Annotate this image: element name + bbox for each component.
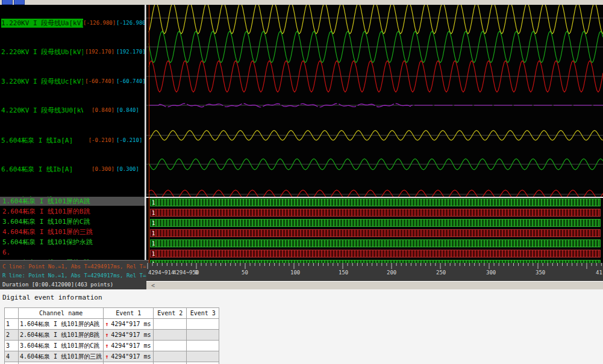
ref-value: [-60.740] bbox=[116, 77, 145, 86]
analog-channel-label: 6.604柘泉 I 线Ib[A] bbox=[1, 165, 83, 174]
duration-status: Duration [0:00.412000](463 points) bbox=[2, 280, 149, 289]
event-cell bbox=[154, 330, 187, 341]
event-cell: ↑4294"917 ms bbox=[104, 319, 154, 330]
digital-channel-label[interactable]: 3.604柘泉 I 线101屏的C跳 bbox=[0, 217, 145, 226]
digital-channel-label[interactable]: 2.604柘泉 I 线101屏的B跳 bbox=[0, 207, 145, 216]
event-table: Channel nameEvent 1Event 2Event 3 11.604… bbox=[4, 307, 219, 364]
event-cell: ↑4294"917 ms bbox=[104, 351, 154, 362]
event-cell bbox=[154, 319, 187, 330]
analog-channel-row[interactable]: 2.220KV I 段母线Ub[kV][192.170][192.170] bbox=[0, 48, 145, 57]
cursor-value: [-0.210] bbox=[83, 136, 114, 145]
horizontal-scrollbar[interactable]: < bbox=[146, 281, 603, 289]
event-cell: 3 bbox=[5, 341, 19, 351]
digital-channel-label[interactable]: 6. bbox=[0, 248, 145, 257]
ruler-time-label: 0 bbox=[195, 270, 198, 276]
event-cell bbox=[154, 341, 187, 351]
time-ruler: 4294~9144294~95005010015020025030035041 bbox=[146, 263, 603, 281]
event-cell: 5 bbox=[5, 362, 19, 364]
ruler-time-label: 50 bbox=[242, 270, 248, 276]
event-cell bbox=[154, 362, 187, 364]
digital-channel-label[interactable]: 4.604柘泉 I 线101屏的三跳 bbox=[0, 227, 145, 236]
rising-edge-arrow-icon: ↑ bbox=[105, 353, 108, 360]
ruler-time-label: 350 bbox=[536, 270, 545, 276]
event-cell: 2.604柘泉 I 线101屏的B跳 bbox=[19, 330, 104, 341]
c-line-status: C line: Point No.=1, Abs T=4294917ms, Re… bbox=[2, 262, 149, 271]
analog-channel-label: 5.604柘泉 I 线Ia[A] bbox=[1, 136, 83, 145]
analog-channel-label: 4.220KV I 段母线3U0[kV] bbox=[1, 106, 83, 115]
event-cell: 5.604柘泉 I 线101保护永跳 bbox=[19, 362, 104, 364]
digital-trace-bar: 1 bbox=[150, 199, 601, 206]
analog-waveform-panel[interactable] bbox=[146, 5, 603, 197]
event-column-header: Event 1 bbox=[104, 308, 154, 319]
ruler-ticks bbox=[146, 263, 603, 281]
analog-channel-row[interactable]: 5.604柘泉 I 线Ia[A][-0.210][-0.210] bbox=[0, 136, 145, 145]
digital-trace-bar: 1 bbox=[150, 229, 601, 237]
event-cell: 4 bbox=[5, 351, 19, 362]
analog-waveforms bbox=[146, 5, 603, 197]
analog-channel-row[interactable]: 3.220KV I 段母线Uc[kV][-60.740][-60.740] bbox=[0, 77, 145, 86]
event-column-header: Event 2 bbox=[154, 308, 187, 319]
cursor-status-panel: C line: Point No.=1, Abs T=4294917ms, Re… bbox=[0, 260, 149, 289]
ruler-time-label: 100 bbox=[290, 270, 300, 276]
toolbar-document-icon-2[interactable] bbox=[14, 0, 25, 5]
event-cell bbox=[187, 362, 219, 364]
r-line-status: R line: Point No.=1, Abs T=4294917ms, Re… bbox=[2, 271, 149, 280]
analog-channel-label: 3.220KV I 段母线Uc[kV] bbox=[1, 77, 83, 86]
scroll-left-arrow-icon[interactable]: < bbox=[151, 282, 155, 289]
event-cell: 1.604柘泉 I 线101屏的A跳 bbox=[19, 319, 104, 330]
cursor-line[interactable] bbox=[149, 5, 149, 263]
analog-channel-row[interactable]: 6.604柘泉 I 线Ib[A][0.300][0.300] bbox=[0, 165, 145, 174]
digital-channel-label[interactable]: 5.604柘泉 I 线101保护永跳 bbox=[0, 238, 145, 247]
event-column-header: Channel name bbox=[19, 308, 104, 319]
event-table-row[interactable]: 33.604柘泉 I 线101屏的C跳↑4294"917 ms bbox=[5, 341, 219, 351]
waveform-trace bbox=[149, 5, 603, 34]
cursor-value: [-126.980] bbox=[83, 19, 114, 28]
cursor-value: [192.170] bbox=[83, 48, 114, 57]
analog-channel-label: 1.220KV I 段母线Ua[kV] bbox=[1, 19, 83, 28]
ref-value: [-126.980] bbox=[116, 19, 145, 28]
ruler-time-label: 300 bbox=[486, 270, 496, 276]
event-table-header: Channel nameEvent 1Event 2Event 3 bbox=[5, 308, 219, 319]
ruler-time-label: 150 bbox=[339, 270, 348, 276]
ref-value: [-0.210] bbox=[116, 136, 145, 145]
ref-value: [192.170] bbox=[116, 48, 145, 57]
event-cell bbox=[187, 330, 219, 341]
event-cell: ↑4294"917 ms bbox=[104, 362, 154, 364]
event-cell bbox=[187, 351, 219, 362]
ruler-time-label: 250 bbox=[436, 270, 446, 276]
digital-trace-bar: 1 bbox=[150, 239, 601, 247]
digital-trace-bar: 1 bbox=[150, 250, 601, 258]
digital-trace-bar: 1 bbox=[150, 219, 601, 227]
ruler-time-label: 200 bbox=[387, 270, 396, 276]
event-column-header bbox=[5, 308, 19, 319]
event-section-title: Digital event information bbox=[2, 294, 102, 301]
ruler-time-label: 41 bbox=[596, 270, 602, 276]
cursor-value: [0.840] bbox=[83, 106, 114, 115]
event-column-header: Event 3 bbox=[187, 308, 219, 319]
rising-edge-arrow-icon: ↑ bbox=[105, 342, 108, 349]
event-cell: ↑4294"917 ms bbox=[104, 330, 154, 341]
waveform-trace bbox=[149, 190, 603, 197]
analog-channel-row[interactable]: 1.220KV I 段母线Ua[kV][-126.980][-126.980] bbox=[0, 19, 145, 28]
event-cell: 4.604柘泉 I 线101屏的三跳 bbox=[19, 351, 104, 362]
digital-trace-bar: 1 bbox=[150, 209, 601, 217]
event-cell: 1 bbox=[5, 319, 19, 330]
event-table-row[interactable]: 22.604柘泉 I 线101屏的B跳↑4294"917 ms bbox=[5, 330, 219, 341]
oscillography-viewer-window: 1.220KV I 段母线Ua[kV][-126.980][-126.980]2… bbox=[0, 0, 603, 364]
ref-value: [0.840] bbox=[116, 106, 145, 115]
event-cell bbox=[154, 351, 187, 362]
cursor-value: [-60.740] bbox=[83, 77, 114, 86]
digital-channel-label[interactable]: 1.604柘泉 I 线101屏的A跳 bbox=[0, 197, 145, 206]
toolbar-document-icon[interactable] bbox=[2, 0, 13, 5]
ruler-time-label: 4294~914 bbox=[148, 270, 174, 276]
event-table-row[interactable]: 11.604柘泉 I 线101屏的A跳↑4294"917 ms bbox=[5, 319, 219, 330]
event-cell bbox=[187, 319, 219, 330]
digital-trace-panel[interactable]: 1111111 bbox=[146, 198, 603, 263]
event-cell: 3.604柘泉 I 线101屏的C跳 bbox=[19, 341, 104, 351]
event-cell bbox=[187, 341, 219, 351]
event-table-row[interactable]: 44.604柘泉 I 线101屏的三跳↑4294"917 ms bbox=[5, 351, 219, 362]
event-table-row[interactable]: 55.604柘泉 I 线101保护永跳↑4294"917 ms bbox=[5, 362, 219, 364]
event-section: Digital event information Channel nameEv… bbox=[0, 289, 603, 364]
event-cell: 2 bbox=[5, 330, 19, 341]
analog-channel-row[interactable]: 4.220KV I 段母线3U0[kV][0.840][0.840] bbox=[0, 106, 145, 115]
